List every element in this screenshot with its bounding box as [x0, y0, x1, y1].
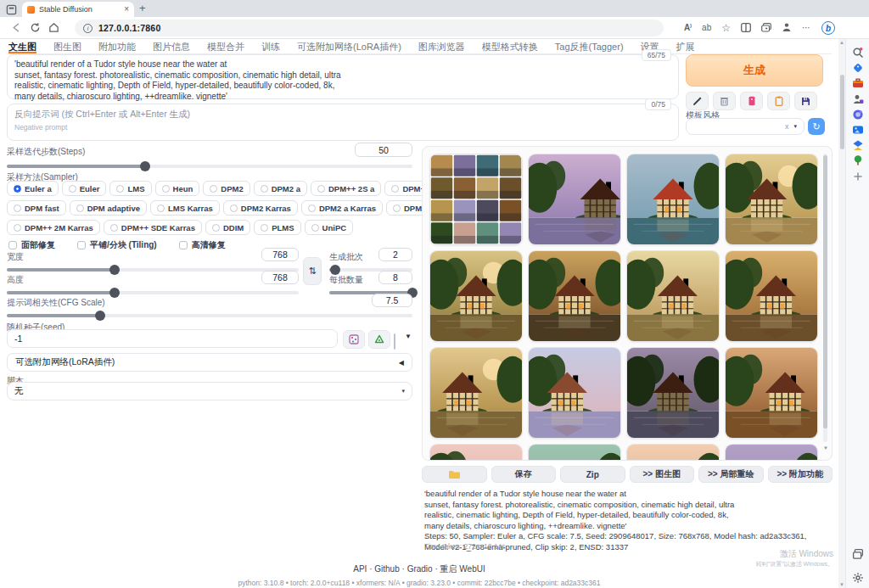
sampler-option[interactable]: DPM adaptive: [70, 200, 147, 216]
translate-icon[interactable]: ab: [702, 24, 711, 32]
footer-link-3[interactable]: Gradio: [407, 564, 433, 574]
sampler-option[interactable]: UniPC: [305, 220, 354, 235]
webui-tab-9[interactable]: 模型格式转换: [482, 41, 538, 53]
webui-tab-5[interactable]: 模型合并: [207, 41, 244, 53]
footer-link-4[interactable]: 重启 WebUI: [440, 564, 485, 574]
webui-tab-1[interactable]: 文生图: [8, 41, 36, 53]
sampler-option[interactable]: DPM++ 2M Karras: [7, 220, 100, 235]
sampler-option[interactable]: DPM++ SDE Karras: [104, 220, 202, 235]
gallery-scrollbar[interactable]: [823, 154, 827, 442]
gallery-image-6[interactable]: [528, 250, 621, 342]
save-style-floppy-icon[interactable]: [794, 92, 817, 110]
batch-count-input[interactable]: 2: [378, 248, 412, 261]
steps-slider[interactable]: [7, 161, 412, 171]
sampler-option[interactable]: DPM2 a Karras: [301, 200, 383, 216]
sampler-option[interactable]: Euler a: [7, 181, 59, 196]
sidebar-search-icon[interactable]: [852, 47, 864, 59]
tab-close-icon[interactable]: ×: [124, 5, 129, 14]
gallery-image-12[interactable]: [725, 347, 818, 439]
gallery-image-9[interactable]: [429, 347, 523, 439]
height-input[interactable]: 768: [261, 271, 299, 284]
sampler-option[interactable]: PLMS: [254, 220, 300, 235]
sampler-option[interactable]: DPM++ 2S a: [311, 181, 381, 196]
gallery-image-8[interactable]: [725, 250, 818, 342]
gallery-image-4[interactable]: [725, 154, 818, 245]
styles-clear-icon[interactable]: x: [785, 122, 789, 131]
gallery-image-3[interactable]: [626, 154, 720, 245]
sidebar-image-tool-icon[interactable]: [852, 124, 864, 136]
sidebar-shopping-tag-icon[interactable]: [852, 62, 864, 74]
generate-button[interactable]: 生成: [686, 54, 823, 87]
apply-style-clipboard-icon[interactable]: [767, 92, 790, 110]
gallery-image-7[interactable]: [626, 250, 720, 342]
refresh-icon[interactable]: [25, 22, 44, 33]
split-screen-icon[interactable]: [741, 23, 751, 34]
toggle-1[interactable]: 面部修复: [8, 239, 55, 251]
sampler-option[interactable]: DDIM: [205, 220, 250, 235]
gallery-image-16[interactable]: [725, 444, 818, 461]
gallery-image-10[interactable]: [528, 347, 621, 439]
clear-prompt-trash-icon[interactable]: [713, 92, 736, 110]
seed-extra-checkbox[interactable]: [394, 334, 395, 350]
gallery-image-1[interactable]: [429, 154, 523, 245]
cfg-slider[interactable]: [7, 311, 412, 321]
scroll-up-icon[interactable]: ▲: [839, 40, 844, 45]
toggle-2[interactable]: 平铺/分块 (Tiling): [77, 239, 157, 251]
favorites-star-icon[interactable]: ☆: [721, 23, 731, 33]
negative-prompt-textarea[interactable]: 0/75 反向提示词 (按 Ctrl+Enter 或 Alt+Enter 生成)…: [7, 104, 679, 141]
gallery-image-2[interactable]: [528, 154, 621, 245]
send-to-extras-button[interactable]: >> 附加功能: [768, 466, 833, 483]
gallery-image-13[interactable]: [429, 444, 523, 461]
webui-tab-12[interactable]: 扩展: [676, 41, 695, 53]
seed-input[interactable]: -1: [7, 329, 338, 348]
webui-tab-6[interactable]: 训练: [261, 41, 280, 53]
page-scrollbar[interactable]: ▲ ▼: [838, 39, 845, 588]
sidebar-dropbox-icon[interactable]: [852, 139, 864, 151]
sampler-option[interactable]: Heun: [155, 181, 200, 196]
tab-actions-icon[interactable]: [6, 3, 17, 14]
zip-button[interactable]: Zip: [560, 466, 625, 483]
send-to-inpaint-button[interactable]: >> 局部重绘: [698, 466, 764, 483]
sampler-option[interactable]: DPM2 a: [254, 181, 307, 196]
back-icon[interactable]: [7, 22, 25, 33]
sampler-option[interactable]: LMS Karras: [150, 200, 220, 216]
sampler-option[interactable]: DPM2: [203, 181, 249, 196]
save-button[interactable]: 保存: [491, 466, 557, 483]
script-dropdown[interactable]: 无 ▾: [7, 382, 412, 400]
sidebar-tree-icon[interactable]: [852, 154, 864, 166]
webui-tab-7[interactable]: 可选附加网络(LoRA插件): [297, 41, 401, 53]
width-input[interactable]: 768: [261, 248, 299, 261]
webui-tab-10[interactable]: Tag反推(Tagger): [555, 41, 624, 53]
sampler-option[interactable]: DPM fast: [7, 200, 66, 216]
cfg-input[interactable]: 7.5: [372, 294, 412, 307]
sidebar-layers-icon[interactable]: [852, 548, 864, 560]
new-tab-button[interactable]: +: [139, 2, 146, 14]
footer-link-1[interactable]: API: [353, 564, 367, 574]
sidebar-add-icon[interactable]: [852, 171, 864, 182]
footer-link-2[interactable]: Github: [374, 564, 399, 574]
random-seed-dice-icon[interactable]: [343, 330, 365, 349]
address-bar[interactable]: i 127.0.0.1:7860: [75, 20, 664, 36]
steps-input[interactable]: 50: [355, 143, 412, 157]
scroll-down-icon[interactable]: ▼: [839, 582, 844, 587]
lora-accordion[interactable]: 可选附加网络(LoRA插件) ◀: [7, 353, 412, 372]
send-to-img2img-button[interactable]: >> 图生图: [630, 466, 695, 483]
browser-tab[interactable]: Stable Diffusion ×: [22, 2, 134, 17]
sidebar-briefcase-icon[interactable]: [852, 77, 864, 89]
gallery-image-15[interactable]: [626, 444, 720, 461]
swap-dimensions-button[interactable]: ⇅: [303, 257, 322, 285]
sampler-option[interactable]: LMS: [109, 181, 151, 196]
sampler-option[interactable]: DPM2 Karras: [223, 200, 298, 216]
sampler-option[interactable]: Euler: [62, 181, 107, 196]
webui-tab-2[interactable]: 图生图: [53, 41, 81, 53]
bing-discover-icon[interactable]: b: [821, 21, 835, 35]
webui-tab-8[interactable]: 图库浏览器: [418, 41, 465, 53]
webui-tab-3[interactable]: 附加功能: [98, 41, 136, 53]
prompt-textarea[interactable]: 65/75 'beautiful render of a Tudor style…: [7, 54, 679, 99]
more-menu-icon[interactable]: ⋯: [802, 24, 811, 32]
read-aloud-icon[interactable]: A): [684, 23, 692, 32]
extra-networks-card-icon[interactable]: [740, 92, 763, 110]
gallery-scroll-down-icon[interactable]: ▼: [823, 445, 828, 451]
sidebar-settings-gear-icon[interactable]: [852, 572, 864, 584]
site-info-icon[interactable]: i: [83, 24, 93, 33]
